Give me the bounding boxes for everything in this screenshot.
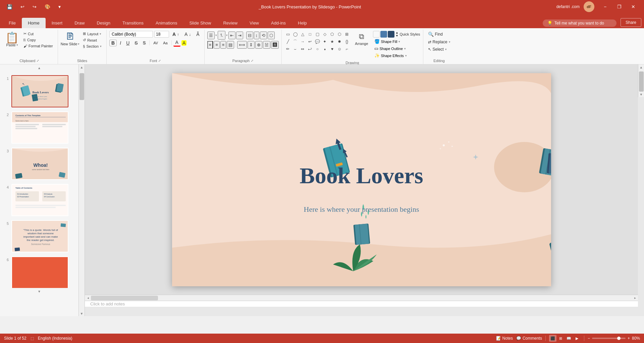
numbering-button[interactable]: ⒈ (218, 31, 225, 40)
find-button[interactable]: 🔍 Find (426, 31, 445, 38)
tab-home[interactable]: Home (22, 18, 46, 28)
right-scroll-down-button[interactable]: ▼ (639, 92, 644, 97)
arrow-icon[interactable]: → (299, 38, 306, 45)
slide-item[interactable]: 1 Book Lovers Here is where your (0, 74, 78, 109)
minimize-button[interactable]: − (598, 0, 612, 13)
rectangle-icon[interactable]: ▭ (284, 31, 291, 38)
diamond-icon[interactable]: ◇ (321, 31, 328, 38)
slide-item[interactable]: 3 Whoa! some random text here (0, 146, 78, 181)
increase-font-button[interactable]: A↑ (170, 31, 181, 38)
tab-view[interactable]: View (244, 18, 265, 28)
close-button[interactable]: ✕ (627, 0, 640, 13)
shape-effects-button[interactable]: ✨ Shape Effects ▾ (373, 52, 420, 59)
notes-area[interactable]: Click to add notes (85, 301, 638, 307)
font-size-input[interactable] (154, 31, 169, 38)
paragraph-spacing-button[interactable]: ⇕ (248, 41, 255, 49)
object-align-button[interactable]: ⟺ (237, 41, 247, 49)
text-shadow-button[interactable]: S (141, 40, 148, 46)
tab-transitions[interactable]: Transitions (116, 18, 150, 28)
copy-button[interactable]: ⎘ Copy (21, 37, 55, 43)
slide-sorter-button[interactable]: ⊞ (557, 335, 565, 342)
more-shapes-icon[interactable]: ⊞ (343, 31, 350, 38)
format-painter-button[interactable]: 🖌 Format Painter (21, 43, 55, 49)
line-icon[interactable]: ╱ (284, 38, 291, 45)
u-turn-icon[interactable]: ⮐ (307, 46, 313, 52)
right-vertical-scrollbar[interactable]: ▲ ▼ (638, 64, 644, 97)
vertical-scrollbar[interactable]: ▲ ▼ (79, 64, 85, 316)
paste-button[interactable]: 📋 Paste ▾ (4, 31, 20, 48)
heart-icon[interactable]: ♥ (329, 46, 335, 52)
select-button[interactable]: ↖ Select ▾ (426, 46, 449, 52)
slide-item[interactable]: 6 (0, 255, 78, 290)
circle-icon[interactable]: ◯ (292, 31, 299, 38)
style-swatch-1[interactable] (373, 31, 380, 38)
curve-icon[interactable]: ⌒ (292, 38, 299, 45)
redo-button[interactable]: ↪ (30, 3, 39, 11)
zoom-out-button[interactable]: − (588, 336, 590, 341)
star5-icon[interactable]: ★ (329, 38, 335, 45)
star8-icon[interactable]: ✸ (336, 38, 343, 45)
star4-icon[interactable]: ✦ (321, 38, 328, 45)
tab-design[interactable]: Design (91, 18, 116, 28)
tab-review[interactable]: Review (217, 18, 244, 28)
arc-icon[interactable]: ⌣ (292, 46, 299, 52)
pentagon-icon[interactable]: ⬠ (329, 31, 335, 38)
cut-button[interactable]: ✂ Cut (21, 31, 55, 37)
h-scroll-left-button[interactable]: ◂ (85, 295, 91, 301)
font-color-button[interactable]: A (173, 39, 180, 47)
slide-thumbnail[interactable]: Book Lovers Here is where your presentat… (11, 75, 68, 107)
callout-icon[interactable]: 💬 (314, 38, 321, 45)
triangle-icon[interactable]: △ (299, 31, 306, 38)
scroll-thumb[interactable] (79, 73, 84, 100)
slide-item[interactable]: 5 "This is a quote. Words full of wisdom… (0, 219, 78, 254)
slide-thumbnail[interactable]: Table of Contents 01 Introduction 02 Pre… (11, 184, 68, 216)
right-scroll-thumb[interactable] (639, 71, 644, 92)
char-spacing-button[interactable]: AV (151, 40, 160, 46)
slide-thumbnail[interactable] (11, 256, 68, 289)
scroll-up-button[interactable]: ▲ (79, 64, 85, 70)
align-center-button[interactable]: ≡ (214, 41, 220, 49)
rect-icon[interactable]: □ (307, 31, 313, 38)
h-scroll-right-button[interactable]: ▸ (632, 295, 638, 301)
slide-subtitle[interactable]: Here is where your presentation begins (304, 205, 419, 214)
decrease-font-button[interactable]: A↓ (182, 31, 193, 38)
paragraph-expand-icon[interactable]: ⤢ (251, 59, 254, 62)
tell-me-input[interactable]: 💡 Tell me what you want to do (543, 19, 616, 27)
comments-button[interactable]: 💬 Comments (516, 336, 542, 341)
clipboard-expand-icon[interactable]: ⤢ (37, 59, 39, 62)
style-swatch-3[interactable] (388, 31, 394, 38)
text-fill-button[interactable]: 🅰 (271, 41, 279, 49)
new-slide-button[interactable]: 🖹 New Slide ▾ (61, 31, 80, 46)
smiley-icon[interactable]: ☺ (336, 46, 343, 52)
text-direction-button[interactable]: ⟲ (260, 32, 267, 39)
tab-draw[interactable]: Draw (68, 18, 91, 28)
align-right-button[interactable]: ≡ (220, 41, 226, 49)
zoom-slider[interactable] (592, 338, 626, 339)
rounded-rect-icon[interactable]: ▢ (314, 31, 321, 38)
reset-button[interactable]: ↺ Reset (81, 37, 104, 43)
font-expand-icon[interactable]: ⤢ (158, 59, 161, 62)
shape-fill-button[interactable]: 🪣 Shape Fill ▾ (373, 38, 420, 45)
tab-animations[interactable]: Animations (150, 18, 183, 28)
slide-item[interactable]: 4 Table of Contents 01 Introduction 02 P… (0, 183, 78, 217)
strikethrough-button[interactable]: S (132, 40, 140, 46)
highlight-color-button[interactable]: A (181, 40, 186, 46)
bracket-icon[interactable]: ⌐ (343, 46, 350, 52)
clear-formatting-button[interactable]: Ã (194, 31, 201, 38)
slide-canvas[interactable]: Book Lovers Here is where your presentat… (172, 73, 551, 286)
right-scroll-up-button[interactable]: ▲ (639, 64, 644, 70)
slide-panel-scroll-up[interactable]: ▲ (0, 64, 79, 71)
justify-button[interactable]: ▤ (227, 41, 234, 49)
shadow-text-para-button[interactable]: ☱ (263, 41, 270, 49)
replace-button[interactable]: ⇄ Replace ▾ (426, 39, 452, 45)
undo-button[interactable]: ↩ (18, 3, 27, 11)
shape-outline-button[interactable]: ▭ Shape Outline ▾ (373, 45, 420, 52)
tab-slideshow[interactable]: Slide Show (183, 18, 217, 28)
freeform-icon[interactable]: ✏ (284, 46, 291, 52)
horizontal-scrollbar[interactable]: ◂ ▸ (85, 295, 638, 301)
align-left-button[interactable]: ≡ (207, 41, 213, 49)
share-button[interactable]: Share (621, 18, 641, 27)
decrease-indent-button[interactable]: ⇤ (228, 32, 235, 39)
tab-file[interactable]: File (3, 18, 22, 28)
restore-button[interactable]: ❐ (612, 0, 626, 13)
